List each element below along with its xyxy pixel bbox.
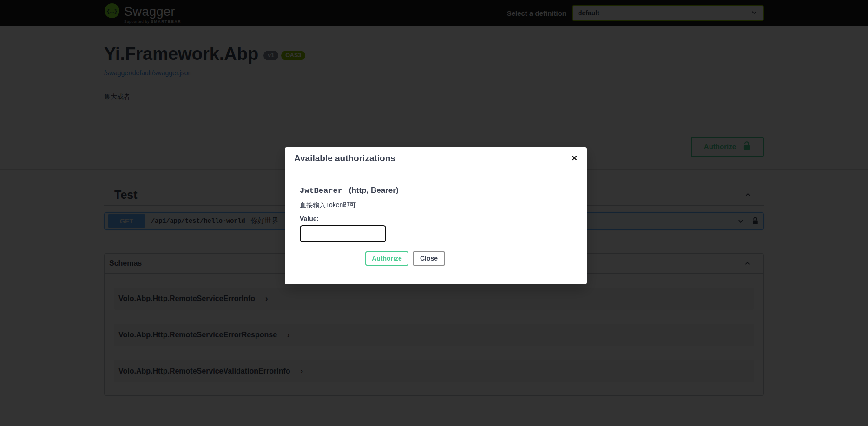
modal-close-button[interactable]: Close [413,251,445,266]
authorizations-modal: Available authorizations ✕ JwtBearer (ht… [285,147,587,284]
auth-scheme-type: (http, Bearer) [349,186,399,195]
token-value-input[interactable] [300,225,386,242]
close-icon[interactable]: ✕ [572,155,578,162]
value-label: Value: [300,215,572,223]
auth-scheme-name: JwtBearer [300,186,342,195]
auth-scheme-description: 直接输入Token即可 [300,201,572,210]
modal-title: Available authorizations [294,153,395,164]
modal-authorize-button[interactable]: Authorize [365,251,408,266]
